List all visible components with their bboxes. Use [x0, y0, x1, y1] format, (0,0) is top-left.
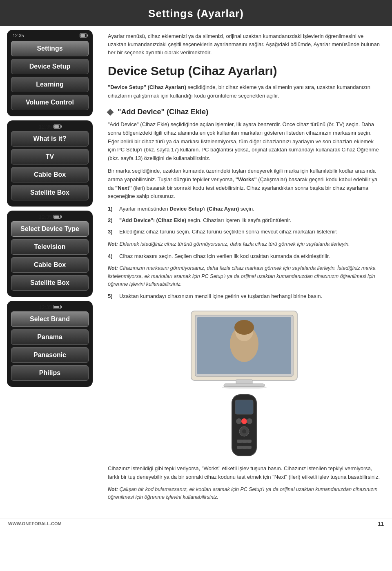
step-1: 1) Ayarlar menüsünden Device Setup'ı (Ci… [108, 205, 381, 213]
time-3: 12:35 [39, 214, 52, 220]
section-intro: "Device Setup" (Cihaz Ayarları) seçildiğ… [108, 83, 381, 100]
remote-illustration [228, 393, 261, 458]
status-bar-2: 12:35 [39, 124, 61, 130]
btn-select-brand[interactable]: Select Brand [11, 311, 89, 327]
btn-volume-control[interactable]: Volume Control [11, 95, 89, 110]
page-body: 12:35 Settings Device Setup Learning Vol… [0, 26, 392, 518]
subsection-title-text: "Add Device" (Cihaz Ekle) [118, 108, 208, 116]
not-bold-2: Not: [108, 265, 118, 271]
step-1-text: Ayarlar menüsünden Device Setup'ı (Cihaz… [119, 205, 254, 213]
time-4: 12:35 [39, 304, 52, 310]
step-4-num: 4) [108, 252, 116, 260]
steps-list: 1) Ayarlar menüsünden Device Setup'ı (Ci… [108, 205, 381, 236]
status-bar-1: 12:35 [11, 33, 89, 38]
footer: WWW.ONEFORALL.COM 11 [0, 518, 392, 529]
btn-philips[interactable]: Philips [11, 365, 89, 381]
btn-satellite-box-2[interactable]: Satellite Box [11, 275, 89, 291]
not-bold-3: Not: [108, 487, 118, 492]
step-4: 4) Cihaz markasını seçin. Seçilen cihaz … [108, 252, 381, 260]
device-mockup-4: 12:35 Select Brand Panama Panasonic Phil… [7, 301, 93, 387]
svg-rect-10 [235, 400, 253, 414]
svg-point-15 [242, 429, 246, 433]
subsection-intro: "Add Device" (Cihaz Ekle) seçildiğinde a… [108, 120, 381, 163]
btn-cable-box-2[interactable]: Cable Box [11, 257, 89, 273]
final-note: Not: Çalışan bir kod bulamazsanız, ek ko… [108, 486, 381, 502]
svg-point-11 [236, 418, 242, 424]
website-url: WWW.ONEFORALL.COM [8, 521, 62, 526]
para2: Bir marka seçildiğinde, uzaktan kumanda … [108, 167, 381, 201]
step-1-num: 1) [108, 205, 116, 213]
svg-point-13 [247, 418, 252, 424]
works-bold-1: "Works" [236, 176, 257, 182]
step-3-num: 3) [108, 228, 116, 236]
tv-illustration [183, 307, 305, 389]
step-2: 2) "Add Device"ı (Cihaz Ekle) seçin. Cih… [108, 216, 381, 224]
btn-panasonic[interactable]: Panasonic [11, 347, 89, 363]
battery-icon-3 [53, 215, 61, 219]
step-2-num: 2) [108, 216, 116, 224]
sidebar: 12:35 Settings Device Setup Learning Vol… [0, 26, 100, 402]
step-2-text: "Add Device"ı (Cihaz Ekle) seçin. Cihazl… [119, 216, 291, 224]
svg-point-12 [241, 418, 247, 424]
section-intro-bold: "Device Setup" (Cihaz Ayarları) [108, 84, 186, 90]
page-number: 11 [378, 521, 384, 527]
battery-icon-1 [80, 33, 87, 38]
note-3: Not: Eklemek istediğiniz cihaz türünü gö… [108, 240, 381, 248]
battery-1 [80, 33, 87, 38]
btn-learning[interactable]: Learning [11, 77, 89, 92]
not-bold-1: Not: [108, 241, 118, 247]
btn-select-device-type[interactable]: Select Device Type [11, 221, 89, 237]
steps-list-3: 5) Uzaktan kumandayı cihazınızın menzili… [108, 292, 381, 300]
time-2: 12:35 [39, 124, 52, 130]
btn-panama[interactable]: Panama [11, 329, 89, 345]
step-3: 3) Eklediğiniz cihaz türünü seçin. Cihaz… [108, 228, 381, 236]
intro-paragraph: Ayarlar menüsü, cihaz eklemenizi ya da s… [108, 32, 381, 57]
section-title: Device Setup (Cihaz Ayarları) [108, 64, 381, 78]
time-1: 12:35 [13, 33, 24, 38]
battery-icon-4 [53, 305, 61, 309]
subsection-title: "Add Device" (Cihaz Ekle) [108, 108, 381, 116]
main-content: Ayarlar menüsü, cihaz eklemenizi ya da s… [100, 26, 392, 518]
steps-list-2: 4) Cihaz markasını seçin. Seçilen cihaz … [108, 252, 381, 260]
step-5: 5) Uzaktan kumandayı cihazınızın menzili… [108, 292, 381, 300]
header-title: Settings (Ayarlar) [148, 7, 244, 20]
step-3-text: Eklediğiniz cihaz türünü seçin. Cihaz tü… [119, 228, 338, 236]
device-setup-bold: Device Setup [169, 206, 203, 212]
btn-what-is-it[interactable]: What is it? [11, 131, 89, 147]
battery-2 [53, 124, 61, 130]
add-device-bold: "Add Device" [119, 217, 153, 223]
battery-4 [53, 304, 61, 310]
btn-settings[interactable]: Settings [11, 41, 89, 56]
svg-rect-17 [242, 440, 247, 443]
status-bar-4: 12:35 [39, 304, 61, 310]
page-header: Settings (Ayarlar) [0, 0, 392, 26]
step-4-text: Cihaz markasını seçin. Seçilen cihaz içi… [119, 252, 330, 260]
cihaz-ayari-bold: (Cihaz Ayarı) [207, 206, 239, 212]
step-5-text: Uzaktan kumandayı cihazınızın menzili iç… [119, 292, 322, 300]
diamond-icon [107, 109, 114, 116]
device-mockup-2: 12:35 What is it? TV Cable Box Satellite… [7, 120, 93, 207]
btn-device-setup[interactable]: Device Setup [11, 59, 89, 74]
btn-cable-box[interactable]: Cable Box [11, 167, 89, 182]
step-5-num: 5) [108, 292, 116, 300]
status-bar-3: 12:35 [39, 214, 61, 220]
svg-rect-21 [247, 446, 252, 449]
note-4: Not: Cihazınızın markasını görmüyorsanız… [108, 264, 381, 288]
svg-rect-18 [247, 440, 252, 443]
btn-satellite-box[interactable]: Satellite Box [11, 185, 89, 200]
svg-rect-19 [237, 446, 243, 449]
battery-3 [53, 214, 61, 220]
device-mockup-1: 12:35 Settings Device Setup Learning Vol… [7, 30, 93, 116]
svg-rect-20 [242, 446, 247, 449]
svg-rect-16 [237, 440, 243, 443]
cihaz-ekle-bold: (Cihaz Ekle) [156, 217, 186, 223]
battery-icon-2 [53, 124, 61, 129]
caption-text: Cihazınız istenildiği gibi tepki veriyor… [108, 464, 381, 482]
btn-television[interactable]: Television [11, 239, 89, 255]
remote-img-container [108, 393, 381, 458]
next-bold-1: "Next" [115, 185, 132, 191]
btn-tv[interactable]: TV [11, 149, 89, 164]
svg-point-5 [234, 320, 254, 335]
tv-image-container [108, 307, 381, 389]
device-mockup-3: 12:35 Select Device Type Television Cabl… [7, 211, 93, 297]
